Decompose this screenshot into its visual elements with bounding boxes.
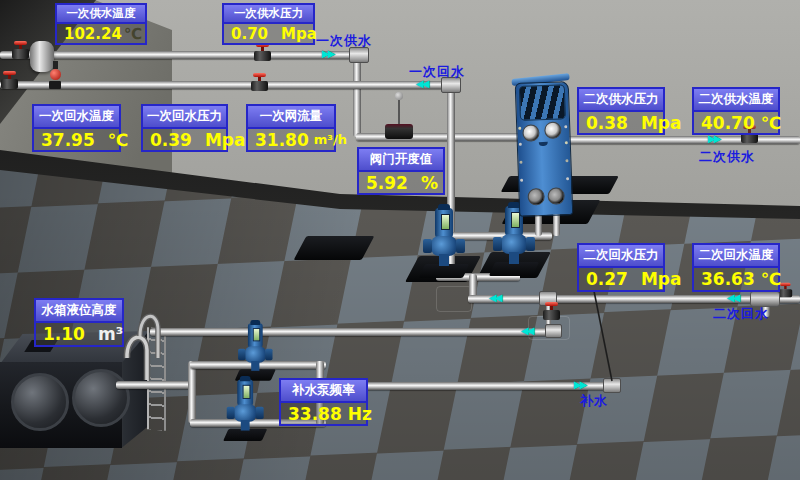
pipe-primary-supply — [0, 51, 368, 59]
gauge-unit: m³ — [98, 324, 123, 344]
pipe-primary-to-exchanger — [356, 133, 534, 141]
gauge-unit: m³/h — [314, 132, 347, 147]
pipe-primary-supply-drop — [353, 55, 361, 137]
gauge-primary-flow: 一次网流量 31.80m³/h — [246, 104, 336, 152]
pipe-suction-header — [188, 361, 196, 423]
hmi-heating-station-screen: ▶▶ ◀◀ ▶▶ ◀◀ ◀◀ ◀◀ ▶▶ 一次供水 一次回水 二次供水 二次回水… — [0, 0, 800, 480]
gauge-unit: Mpa — [205, 130, 246, 150]
flow-arrow-left-icon: ◀◀ — [489, 292, 500, 303]
tank-ladder — [147, 327, 166, 431]
gauge-unit: ℃ — [761, 113, 782, 133]
plate-heat-exchanger — [515, 81, 574, 217]
drain-valve — [47, 61, 63, 89]
gauge-value: 31.80 — [255, 130, 309, 150]
pipe-coupling — [545, 324, 562, 338]
gauge-secondary-return-temp: 二次回水温度 36.63℃ — [692, 243, 780, 292]
gauge-secondary-return-pressure: 二次回水压力 0.27Mpa — [577, 243, 665, 292]
gauge-value: 33.88 — [288, 404, 342, 424]
pipe-tank-feed — [150, 328, 560, 336]
gauge-value: 0.39 — [150, 130, 192, 150]
flow-arrow-right-icon: ▶▶ — [574, 379, 585, 390]
gauge-title: 二次回水温度 — [694, 245, 778, 268]
gauge-value: 1.10 — [43, 324, 85, 344]
pipe-tank-suction — [116, 381, 196, 389]
makeup-pump-1 — [243, 320, 268, 381]
tank-manhole — [11, 373, 69, 431]
pipe-primary-return — [0, 81, 452, 89]
floor-marking — [436, 286, 472, 312]
gauge-title: 二次回水压力 — [579, 245, 663, 268]
gauge-unit: ℃ — [124, 25, 142, 43]
gauge-primary-return-pressure: 一次回水压力 0.39Mpa — [141, 104, 228, 152]
flow-arrow-left-icon: ◀◀ — [521, 325, 532, 336]
pipe-coupling — [603, 378, 621, 393]
makeup-pump-2 — [232, 376, 258, 441]
gauge-unit: Hz — [348, 404, 372, 424]
pipe-label-secondary-return: 二次回水 — [713, 305, 769, 323]
gauge-title: 补水泵频率 — [281, 380, 366, 403]
gauge-title: 一次回水压力 — [143, 106, 226, 129]
gauge-unit: % — [421, 173, 438, 193]
gauge-title: 一次供水温度 — [57, 5, 145, 24]
gauge-unit: Mpa — [641, 269, 682, 289]
gauge-title: 一次网流量 — [248, 106, 334, 129]
pipe-label-secondary-supply: 二次供水 — [699, 148, 755, 166]
pipe-label-primary-return: 一次回水 — [409, 63, 465, 81]
gauge-title: 二次供水压力 — [579, 89, 663, 112]
motorized-control-valve — [385, 92, 413, 139]
gauge-valve-opening: 阀门开度值 5.92% — [357, 147, 445, 195]
valve-handwheel-icon — [250, 73, 268, 91]
gauge-makeup-pump-frequency: 补水泵频率 33.88Hz — [279, 378, 368, 426]
valve-handwheel-icon — [0, 71, 18, 89]
gauge-secondary-supply-pressure: 二次供水压力 0.38Mpa — [577, 87, 665, 135]
gauge-value: 0.70 — [231, 25, 268, 43]
gauge-value: 40.70 — [701, 113, 755, 133]
gauge-title: 水箱液位高度 — [36, 300, 122, 323]
pipe-secondary-supply — [552, 136, 800, 144]
gauge-primary-supply-temp: 一次供水温度 102.24℃ — [55, 3, 147, 45]
pipe-label-makeup-water: 补水 — [580, 392, 608, 410]
gauge-title: 二次供水温度 — [694, 89, 778, 112]
gauge-unit: Mpa — [281, 25, 317, 43]
valve-tank-line-icon — [542, 302, 560, 320]
tank-manhole — [72, 369, 130, 427]
gauge-value: 102.24 — [64, 25, 122, 43]
gauge-tank-level: 水箱液位高度 1.10m³ — [34, 298, 124, 347]
gauge-title: 一次供水压力 — [224, 5, 313, 24]
gauge-value: 0.27 — [586, 269, 628, 289]
pipe-label-primary-supply: 一次供水 — [316, 32, 372, 50]
equipment-plinth — [294, 236, 375, 260]
gauge-unit: ℃ — [761, 269, 782, 289]
valve-handwheel-icon — [11, 41, 29, 59]
gauge-primary-return-temp: 一次回水温度 37.95℃ — [32, 104, 121, 152]
gauge-value: 37.95 — [41, 130, 95, 150]
flow-arrow-left-icon: ◀◀ — [727, 292, 738, 303]
gauge-value: 5.92 — [366, 173, 408, 193]
circulation-pump-1 — [429, 204, 459, 278]
gauge-secondary-supply-temp: 二次供水温度 40.70℃ — [692, 87, 780, 135]
gauge-primary-supply-pressure: 一次供水压力 0.70Mpa — [222, 3, 315, 45]
gauge-title: 阀门开度值 — [359, 149, 443, 172]
gauge-unit: Mpa — [641, 113, 682, 133]
gauge-value: 0.38 — [586, 113, 628, 133]
valve-handwheel-icon — [253, 43, 271, 61]
gauge-value: 36.63 — [701, 269, 755, 289]
gauge-title: 一次回水温度 — [34, 106, 119, 129]
gauge-unit: ℃ — [108, 130, 129, 150]
